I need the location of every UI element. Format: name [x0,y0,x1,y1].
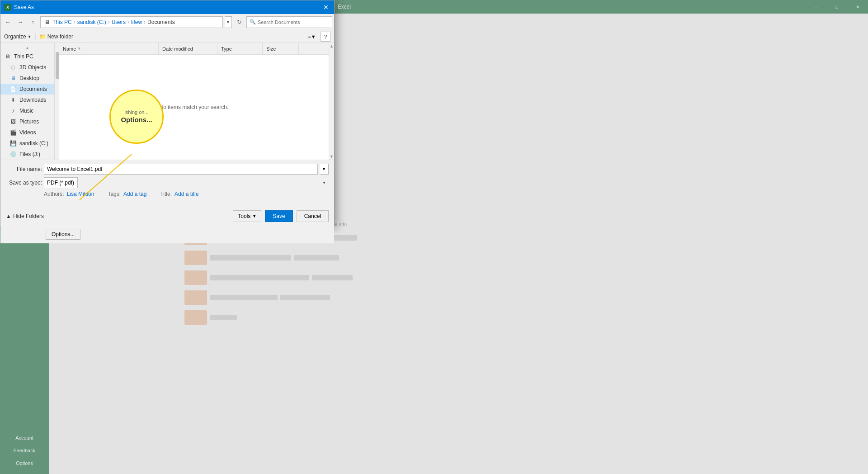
breadcrumb-sep-4: › [144,19,146,25]
nav-item-videos[interactable]: 🎬 Videos [0,127,54,138]
dialog-titlebar: X Save As ✕ [0,0,334,14]
nav-panel-wrapper: ▲ 🖥 This PC ⬡ 3D Objects 🖥 Desktop 📄 Doc… [0,43,59,160]
nav-item-desktop[interactable]: 🖥 Desktop [0,73,54,84]
downloads-icon: ⬇ [9,96,17,104]
organize-arrow-icon: ▼ [28,34,32,39]
search-input[interactable] [258,19,329,25]
search-icon: 🔍 [250,19,256,25]
sort-arrow-icon: ▼ [77,47,81,51]
annotation-circle: ishing on... Options... [109,90,164,144]
col-size-label: Size [266,46,276,52]
nav-item-sandisk[interactable]: 💾 sandisk (C:) [0,138,54,149]
dialog-title-icon: X [4,4,11,11]
organize-label: Organize [4,33,26,40]
filename-dropdown-btn[interactable]: ▼ [320,164,329,175]
dialog-main-area: ▲ 🖥 This PC ⬡ 3D Objects 🖥 Desktop 📄 Doc… [0,43,334,160]
breadcrumb-thispc[interactable]: This PC [52,19,72,25]
file-list-area: Name ▼ Date modified Type Size No items … [59,43,329,160]
title-input[interactable]: Add a title [175,191,198,197]
dialog-close-button[interactable]: ✕ [321,3,330,12]
nav-music-label: Music [19,108,33,114]
file-list-scrollbar[interactable]: ▲ ▼ [329,43,334,160]
save-button[interactable]: Save [265,210,292,222]
help-btn[interactable]: ? [321,32,330,42]
tags-input[interactable]: Add a tag [123,191,146,197]
filesj-icon: 💿 [9,151,17,158]
toolbar-separator [35,33,36,40]
savetype-arrow-icon: ▼ [322,181,326,185]
nav-item-thispc[interactable]: 🖥 This PC [0,51,54,62]
title-meta-label: Title: [160,191,172,197]
nav-downloads-label: Downloads [19,97,46,103]
breadcrumb-sep-2: › [108,19,110,25]
folder-icon: 📁 [39,33,46,40]
nav-item-filesj[interactable]: 💿 Files (J:) [0,149,54,160]
dialog-title-left: X Save As [4,4,34,11]
col-date[interactable]: Date modified [159,43,217,54]
breadcrumb-lifew[interactable]: lifew [131,19,142,25]
view-options-btn[interactable]: ≡▼ [307,32,317,42]
nav-item-3dobjects[interactable]: ⬡ 3D Objects [0,62,54,73]
filename-row: File name: ▼ [6,164,329,175]
breadcrumb-users[interactable]: Users [112,19,126,25]
thispc-icon: 🖥 [4,53,11,60]
authors-group: Authors: Lisa Mildon [44,191,94,197]
breadcrumb-sep-3: › [127,19,129,25]
annotation-circle-content: ishing on... Options... [121,109,152,124]
nav-item-music[interactable]: ♪ Music [0,105,54,116]
breadcrumb-sep-1: › [74,19,75,25]
scroll-up-indicator: ▲ [0,45,54,51]
nav-item-documents[interactable]: 📄 Documents [0,84,54,95]
scrollbar-up-arrow[interactable]: ▲ [330,44,334,48]
file-list-header: Name ▼ Date modified Type Size [59,43,329,55]
col-name-label: Name [63,46,76,52]
back-button[interactable]: ← [2,17,13,28]
music-icon: ♪ [9,107,17,114]
refresh-button[interactable]: ↻ [234,17,245,28]
tools-arrow-icon: ▼ [252,214,256,218]
breadcrumb-sandisk[interactable]: sandisk (C:) [77,19,106,25]
dialog-toolbar: ← → ↑ 🖥 This PC › sandisk (C:) › Users ›… [0,14,334,30]
breadcrumb-documents: Documents [147,19,175,25]
hide-folders-btn[interactable]: ▲ Hide Folders [6,213,44,219]
breadcrumb-dropdown-btn[interactable]: ▼ [225,16,232,28]
tools-label: Tools [238,213,250,219]
desktop-icon: 🖥 [9,75,17,82]
filename-label: File name: [6,166,42,172]
col-size[interactable]: Size [263,43,299,54]
title-group: Title: Add a title [160,191,198,197]
scrollbar-down-arrow[interactable]: ▼ [330,154,334,159]
options-button[interactable]: Options... [46,229,80,240]
dialog-title-text: Save As [14,4,34,10]
nav-pictures-label: Pictures [19,118,39,125]
nav-item-downloads[interactable]: ⬇ Downloads [0,95,54,105]
col-type-label: Type [221,46,232,52]
authors-value[interactable]: Lisa Mildon [67,191,94,197]
breadcrumb-bar: 🖥 This PC › sandisk (C:) › Users › lifew… [40,16,223,28]
new-folder-btn[interactable]: 📁 New folder [39,33,73,40]
nav-desktop-label: Desktop [19,75,39,81]
sandisk-icon: 💾 [9,140,17,147]
nav-documents-label: Documents [19,86,47,92]
col-type[interactable]: Type [217,43,263,54]
nav-filesj-label: Files (J:) [19,151,40,157]
videos-icon: 🎬 [9,129,17,136]
savetype-select[interactable]: PDF (*.pdf) [44,177,78,188]
dialog-form: File name: ▼ Save as type: PDF (*.pdf) ▼… [0,160,334,204]
up-button[interactable]: ↑ [28,17,38,28]
meta-row: Authors: Lisa Mildon Tags: Add a tag Tit… [6,191,329,197]
forward-button[interactable]: → [15,17,26,28]
cancel-button[interactable]: Cancel [297,210,329,222]
tools-button[interactable]: Tools ▼ [233,210,261,222]
nav-scrollbar[interactable] [55,43,59,160]
tags-label: Tags: [108,191,121,197]
nav-item-pictures[interactable]: 🖼 Pictures [0,116,54,127]
options-btn-row: Options... [46,227,274,240]
tags-group: Tags: Add a tag [108,191,146,197]
filename-input[interactable] [44,164,318,175]
footer-right: Tools ▼ Save Cancel [233,210,329,222]
savetype-label: Save as type: [6,180,42,186]
computer-icon: 🖥 [43,19,51,26]
organize-menu[interactable]: Organize ▼ [4,33,32,40]
col-name[interactable]: Name ▼ [59,43,159,54]
